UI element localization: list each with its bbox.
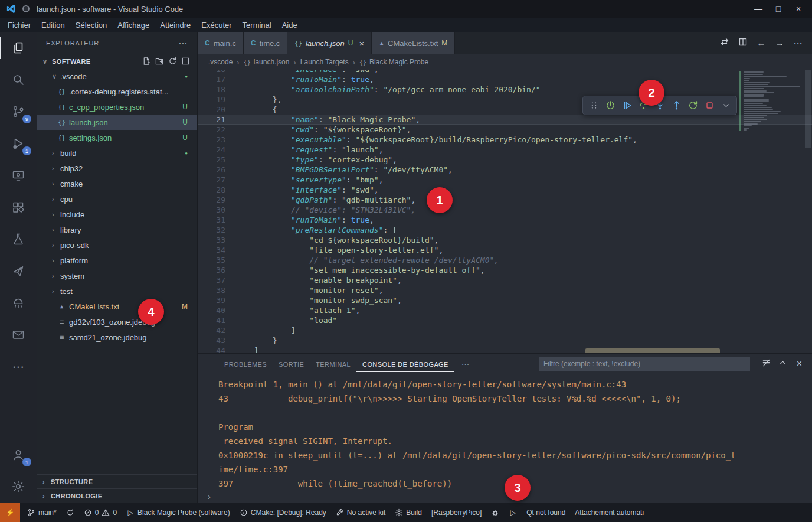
collapse-all-button[interactable] [181, 57, 190, 67]
line-number[interactable]: 34 [198, 245, 235, 255]
code-line-23[interactable]: 23 "executable": "${workspaceRoot}/build… [198, 135, 812, 145]
chevron-down-button[interactable] [719, 99, 733, 113]
code-line-17[interactable]: 17 "runToMain": true, [198, 74, 812, 84]
activity-testing[interactable] [0, 223, 37, 255]
line-number[interactable]: 38 [198, 285, 235, 295]
line-number[interactable]: 25 [198, 155, 235, 165]
code-line-24[interactable]: 24 "request": "launch", [198, 145, 812, 155]
line-number[interactable]: 31 [198, 215, 235, 225]
power-button[interactable] [603, 99, 617, 113]
activity-cmake-tools[interactable] [0, 255, 37, 287]
status-raspberrypico[interactable]: [RaspberryPico] [427, 503, 486, 522]
code-line-40[interactable]: 40 "attach 1", [198, 305, 812, 315]
views-more-icon[interactable]: ⋯ [178, 38, 188, 48]
stop-button[interactable] [702, 99, 716, 113]
tab-main-c[interactable]: Cmain.c [198, 32, 244, 54]
panel-tab-terminal[interactable]: TERMINAL [310, 355, 356, 372]
activity-search[interactable] [0, 64, 37, 96]
line-number[interactable]: 23 [198, 135, 235, 145]
debug-filter-input[interactable] [539, 357, 750, 371]
code-line-26[interactable]: 26 "BMPGDBSerialPort": "/dev/ttyACM0", [198, 165, 812, 175]
status-0[interactable]: 00 [79, 503, 122, 522]
code-line-16[interactable]: 16 "interface": "swd", [198, 70, 812, 74]
line-number[interactable]: 27 [198, 175, 235, 185]
status-sync[interactable] [61, 503, 79, 522]
line-number[interactable]: 18 [198, 84, 235, 94]
activity-source-control[interactable]: 9 [0, 96, 37, 128]
panel-tab-sortie[interactable]: SORTIE [273, 355, 310, 372]
sidebar-item-c-cpp-properties-json[interactable]: {}c_cpp_properties.jsonU [37, 99, 197, 115]
new-file-button[interactable] [142, 57, 151, 67]
line-number[interactable]: 33 [198, 235, 235, 245]
line-number[interactable]: 44 [198, 345, 235, 353]
code-editor[interactable]: 16 "interface": "swd",17 "runToMain": tr… [198, 70, 812, 353]
sidebar-item-library[interactable]: ›library [37, 222, 197, 237]
sidebar-item-build[interactable]: ›build● [37, 145, 197, 161]
code-line-39[interactable]: 39 "monitor swdp_scan", [198, 295, 812, 305]
sidebar-item-cmakelists-txt[interactable]: ▲CMakeLists.txtM [37, 299, 197, 314]
sidebar-item-gd32vf103-ozone-jdebug[interactable]: ≡gd32vf103_ozone.jdebug [37, 314, 197, 329]
sidebar-item-settings-json[interactable]: {}settings.jsonU [37, 130, 197, 145]
code-line-33[interactable]: 33 "cd ${workspaceRoot}/build", [198, 235, 812, 245]
code-line-32[interactable]: 32 "preRestartCommands": [ [198, 225, 812, 235]
section-software[interactable]: ∨ SOFTWARE [37, 54, 197, 68]
clear-console-button[interactable] [762, 358, 771, 370]
line-number[interactable]: 17 [198, 74, 235, 84]
panel-tab-probl-mes[interactable]: PROBLÈMES [218, 355, 273, 372]
status-attachement-automati[interactable]: Attachement automati [570, 503, 649, 522]
menu-aide[interactable]: Aide [277, 21, 303, 30]
sidebar-item-cmake[interactable]: ›cmake [37, 176, 197, 191]
tab-time-c[interactable]: Ctime.c [244, 32, 287, 54]
panel-tab-console-de-d-bogage[interactable]: CONSOLE DE DÉBOGAGE [356, 355, 454, 372]
line-number[interactable]: 22 [198, 125, 235, 135]
sidebar-item-pico-sdk[interactable]: ›pico-sdk [37, 237, 197, 253]
section-structure[interactable]: ›STRUCTURE [37, 474, 197, 488]
forward-button[interactable]: → [775, 38, 784, 48]
section-chronologie[interactable]: ›CHRONOLOGIE [37, 488, 197, 503]
line-number[interactable]: 30 [198, 205, 235, 215]
line-number[interactable]: 21 [198, 115, 235, 125]
line-number[interactable]: 24 [198, 145, 235, 155]
line-number[interactable]: 40 [198, 305, 235, 315]
menu-s-lection[interactable]: Sélection [70, 21, 112, 30]
menu-atteindre[interactable]: Atteindre [155, 21, 196, 30]
activity-jellyfish[interactable] [0, 287, 37, 319]
breadcrumb-item-launch-json[interactable]: {}launch.json [244, 58, 290, 66]
code-line-42[interactable]: 42 ] [198, 325, 812, 335]
sidebar-item-vscode[interactable]: ∨.vscode● [37, 68, 197, 84]
status-black-magic-probe-software[interactable]: ▷Black Magic Probe (software) [122, 503, 235, 522]
line-number[interactable]: 26 [198, 165, 235, 175]
activity-remote-explorer[interactable] [0, 159, 37, 191]
collapse-panel-button[interactable] [778, 358, 787, 370]
panel-more-icon[interactable]: ⋯ [461, 359, 470, 368]
sidebar-item-launch-json[interactable]: {}launch.jsonU [37, 115, 197, 130]
sidebar-item-cpu[interactable]: ›cpu [37, 191, 197, 207]
sidebar-item-platform[interactable]: ›platform [37, 253, 197, 268]
tab-launch-json[interactable]: {}launch.jsonU× [287, 32, 372, 54]
menu-ex-cuter[interactable]: Exécuter [196, 21, 237, 30]
menu-fichier[interactable]: Fichier [2, 21, 36, 30]
maximize-button[interactable]: □ [770, 1, 787, 17]
line-number[interactable]: 39 [198, 295, 235, 305]
activity-explorer[interactable] [0, 32, 37, 64]
line-number[interactable]: 37 [198, 275, 235, 285]
activity-accounts[interactable]: 1 [0, 439, 37, 471]
line-number[interactable]: 35 [198, 255, 235, 265]
code-line-30[interactable]: 30 // "device": "STM32L431VC", [198, 205, 812, 215]
close-panel-button[interactable]: × [795, 358, 804, 369]
back-button[interactable]: ← [757, 38, 766, 48]
split-editor-button[interactable] [738, 37, 748, 49]
sidebar-item-samd21-ozone-jdebug[interactable]: ≡samd21_ozone.jdebug [37, 329, 197, 345]
code-line-25[interactable]: 25 "type": "cortex-debug", [198, 155, 812, 165]
status-no-active-kit[interactable]: No active kit [331, 503, 390, 522]
status-bug[interactable] [486, 503, 504, 522]
code-line-18[interactable]: 18 "armToolchainPath": "/opt/gcc-arm-non… [198, 84, 812, 94]
line-number[interactable]: 36 [198, 265, 235, 275]
code-line-21[interactable]: 21 "name": "Black Magic Probe", [198, 115, 812, 125]
line-number[interactable]: 16 [198, 70, 235, 74]
sidebar-item-system[interactable]: ›system [37, 268, 197, 283]
code-line-22[interactable]: 22 "cwd": "${workspaceRoot}", [198, 125, 812, 135]
new-folder-button[interactable] [155, 57, 164, 67]
code-line-35[interactable]: 35 // "target extended-remote /dev/ttyAC… [198, 255, 812, 265]
sidebar-item-include[interactable]: ›include [37, 207, 197, 222]
